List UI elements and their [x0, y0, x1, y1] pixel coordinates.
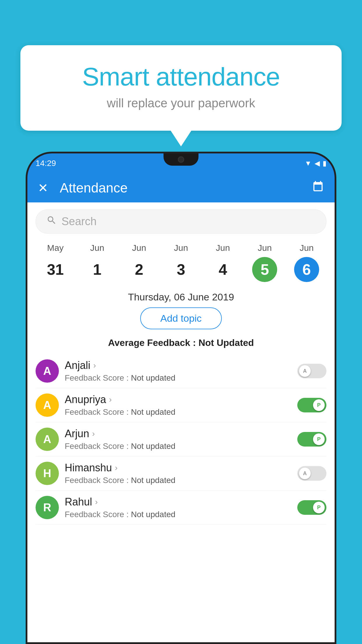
cal-date-number: 2 — [126, 257, 152, 282]
feedback-score: Feedback Score : Not updated — [65, 407, 291, 417]
status-bar: 14:29 ▼ ◀ ▮ — [27, 153, 335, 173]
cal-month-label: May — [47, 243, 64, 253]
search-bar[interactable]: Search — [36, 209, 326, 234]
selected-date-label: Thursday, 06 June 2019 — [27, 289, 335, 307]
calendar-day-3[interactable]: Jun3 — [165, 243, 197, 282]
cal-month-label: Jun — [300, 243, 314, 253]
chevron-icon: › — [115, 463, 117, 473]
avg-feedback: Average Feedback : Not Updated — [27, 336, 335, 354]
chevron-icon: › — [109, 395, 112, 404]
cal-date-number: 31 — [43, 257, 68, 282]
bubble-subtitle: will replace your paperwork — [44, 96, 318, 110]
avg-feedback-label: Average Feedback : — [108, 337, 196, 348]
calendar-icon[interactable] — [312, 181, 324, 195]
student-avatar: A — [36, 393, 59, 417]
speech-bubble: Smart attendance will replace your paper… — [20, 45, 342, 131]
speech-bubble-container: Smart attendance will replace your paper… — [20, 45, 342, 131]
calendar-day-5[interactable]: Jun5 — [249, 243, 281, 282]
student-name: Anupriya › — [65, 393, 291, 406]
cal-date-number: 1 — [85, 257, 110, 282]
cal-date-number: 5 — [252, 257, 277, 282]
student-item[interactable]: AAnjali ›Feedback Score : Not updatedA — [36, 354, 326, 388]
avg-feedback-value: Not Updated — [198, 337, 254, 348]
feedback-score: Feedback Score : Not updated — [65, 476, 291, 485]
battery-icon: ▮ — [323, 159, 326, 167]
student-avatar: R — [36, 496, 59, 519]
student-item[interactable]: AArjun ›Feedback Score : Not updatedP — [36, 422, 326, 456]
add-topic-button[interactable]: Add topic — [140, 307, 222, 329]
chevron-icon: › — [93, 361, 96, 370]
student-item[interactable]: HHimanshu ›Feedback Score : Not updatedA — [36, 456, 326, 491]
student-info: Anupriya ›Feedback Score : Not updated — [65, 393, 291, 417]
cal-date-number: 3 — [168, 257, 194, 282]
calendar-day-2[interactable]: Jun2 — [123, 243, 155, 282]
search-icon — [46, 215, 57, 228]
attendance-toggle[interactable]: P — [297, 432, 326, 447]
close-button[interactable]: ✕ — [38, 181, 48, 195]
cal-month-label: Jun — [174, 243, 188, 253]
student-avatar: A — [36, 428, 59, 451]
search-input[interactable]: Search — [61, 215, 96, 228]
calendar-strip: May31Jun1Jun2Jun3Jun4Jun5Jun6 — [27, 238, 335, 289]
student-name: Himanshu › — [65, 462, 291, 474]
student-info: Arjun ›Feedback Score : Not updated — [65, 428, 291, 451]
feedback-score: Feedback Score : Not updated — [65, 510, 291, 519]
notch — [164, 153, 198, 166]
signal-icon: ◀ — [314, 159, 320, 167]
chevron-icon: › — [95, 497, 98, 507]
student-avatar: H — [36, 462, 59, 485]
cal-month-label: Jun — [216, 243, 230, 253]
cal-month-label: Jun — [258, 243, 272, 253]
status-icons: ▼ ◀ ▮ — [305, 159, 326, 167]
student-info: Anjali ›Feedback Score : Not updated — [65, 359, 291, 383]
attendance-toggle[interactable]: P — [297, 500, 326, 515]
attendance-toggle[interactable]: A — [297, 466, 326, 481]
cal-date-number: 6 — [294, 257, 319, 282]
calendar-day-4[interactable]: Jun4 — [207, 243, 239, 282]
student-avatar: A — [36, 359, 59, 383]
feedback-score: Feedback Score : Not updated — [65, 373, 291, 383]
bubble-title: Smart attendance — [44, 63, 318, 91]
student-name: Anjali › — [65, 359, 291, 372]
feedback-score: Feedback Score : Not updated — [65, 442, 291, 451]
cal-month-label: Jun — [132, 243, 146, 253]
student-item[interactable]: RRahul ›Feedback Score : Not updatedP — [36, 491, 326, 525]
student-list: AAnjali ›Feedback Score : Not updatedAAA… — [27, 354, 335, 525]
status-time: 14:29 — [36, 159, 56, 168]
student-name: Arjun › — [65, 428, 291, 440]
student-item[interactable]: AAnupriya ›Feedback Score : Not updatedP — [36, 388, 326, 422]
calendar-day-1[interactable]: Jun1 — [81, 243, 113, 282]
calendar-day-6[interactable]: Jun6 — [291, 243, 323, 282]
attendance-toggle[interactable]: P — [297, 398, 326, 412]
wifi-icon: ▼ — [305, 159, 312, 167]
app-header: ✕ Attendance — [27, 173, 335, 202]
student-info: Himanshu ›Feedback Score : Not updated — [65, 462, 291, 485]
student-info: Rahul ›Feedback Score : Not updated — [65, 496, 291, 519]
volume-up-button[interactable] — [26, 218, 27, 241]
cal-date-number: 4 — [210, 257, 236, 282]
cal-month-label: Jun — [90, 243, 104, 253]
student-name: Rahul › — [65, 496, 291, 508]
power-button[interactable] — [335, 229, 336, 264]
front-camera — [178, 156, 184, 163]
calendar-day-0[interactable]: May31 — [39, 243, 71, 282]
volume-down-button[interactable] — [26, 247, 27, 270]
page-title: Attendance — [60, 180, 312, 196]
phone-frame: 14:29 ▼ ◀ ▮ ✕ Attendance Search — [26, 152, 336, 644]
attendance-toggle[interactable]: A — [297, 364, 326, 378]
app-content: Search May31Jun1Jun2Jun3Jun4Jun5Jun6 Thu… — [27, 202, 335, 642]
chevron-icon: › — [92, 429, 95, 438]
